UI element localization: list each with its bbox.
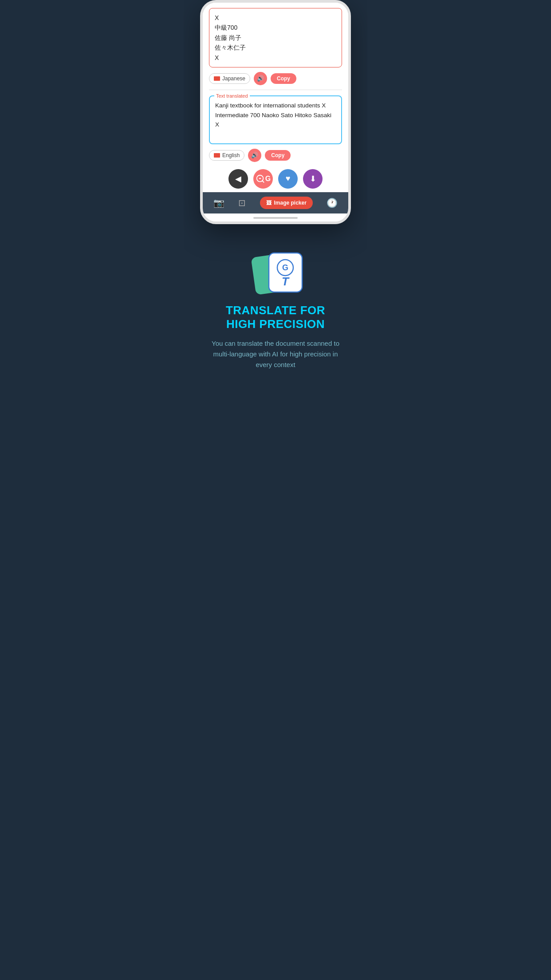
svg-line-1 (262, 181, 264, 182)
headline-line2: HIGH PRECISION (226, 317, 325, 331)
source-actions: Japanese 🔊 Copy (209, 67, 342, 90)
phone-mockup: X 中級700 佐藤 尚子 佐々木仁子 X Japanese 🔊 Copy (200, 0, 351, 224)
source-speaker-button[interactable]: 🔊 (254, 72, 267, 85)
bottom-section: G T TRANSLATE FOR HIGH PRECISION You can… (184, 237, 367, 388)
home-bar (253, 217, 298, 219)
translated-actions: English 🔊 Copy (209, 144, 342, 166)
svg-text:G: G (282, 263, 288, 272)
source-text-box: X 中級700 佐藤 尚子 佐々木仁子 X (209, 8, 342, 67)
home-indicator (203, 213, 348, 221)
bottom-toolbar: 📷 ⊡ 🖼 Image picker 🕐 (203, 192, 348, 213)
translate-illustration: G T (247, 251, 304, 293)
translated-area: Text translated Kanji textbook for inter… (203, 90, 348, 166)
translated-text-box: Text translated Kanji textbook for inter… (209, 95, 342, 144)
translated-speaker-button[interactable]: 🔊 (248, 149, 261, 162)
translated-label: Text translated (214, 92, 250, 100)
image-picker-icon: 🖼 (266, 200, 272, 206)
source-lang-badge: Japanese (209, 73, 250, 84)
translated-text: Kanji textbook for international student… (215, 101, 336, 130)
phone-mockup-container: X 中級700 佐藤 尚子 佐々木仁子 X Japanese 🔊 Copy (184, 0, 367, 237)
subtext: You can translate the document scanned t… (205, 338, 346, 370)
heart-fab-button[interactable]: ♥ (278, 169, 298, 189)
japanese-flag-icon (214, 76, 220, 81)
translated-lang-badge: English (209, 150, 244, 161)
image-picker-label: Image picker (274, 200, 307, 206)
source-line-3: 佐藤 尚子 (215, 33, 336, 43)
english-flag-icon (214, 153, 220, 158)
source-line-5: X (215, 53, 336, 63)
source-lang-label: Japanese (222, 75, 245, 82)
image-picker-button[interactable]: 🖼 Image picker (260, 197, 313, 209)
history-icon[interactable]: 🕐 (327, 198, 338, 208)
camera-icon[interactable]: 📷 (213, 198, 224, 208)
download-fab-button[interactable]: ⬇ (303, 169, 323, 189)
translated-lang-label: English (222, 152, 240, 158)
source-area: X 中級700 佐藤 尚子 佐々木仁子 X Japanese 🔊 Copy (203, 3, 348, 90)
phone-screen: X 中級700 佐藤 尚子 佐々木仁子 X Japanese 🔊 Copy (203, 3, 348, 221)
svg-text:T: T (282, 275, 290, 288)
translated-copy-button[interactable]: Copy (265, 150, 291, 161)
source-copy-button[interactable]: Copy (271, 73, 296, 84)
headline-line1: TRANSLATE FOR (226, 304, 325, 317)
scan-icon[interactable]: ⊡ (238, 198, 246, 208)
source-line-1: X (215, 13, 336, 23)
source-line-2: 中級700 (215, 23, 336, 32)
headline: TRANSLATE FOR HIGH PRECISION (194, 304, 357, 331)
back-fab-button[interactable]: ◀ (228, 169, 248, 189)
source-line-4: 佐々木仁子 (215, 43, 336, 52)
translate-fab-button[interactable]: G (253, 169, 273, 189)
fab-row: ◀ G ♥ ⬇ (203, 166, 348, 192)
